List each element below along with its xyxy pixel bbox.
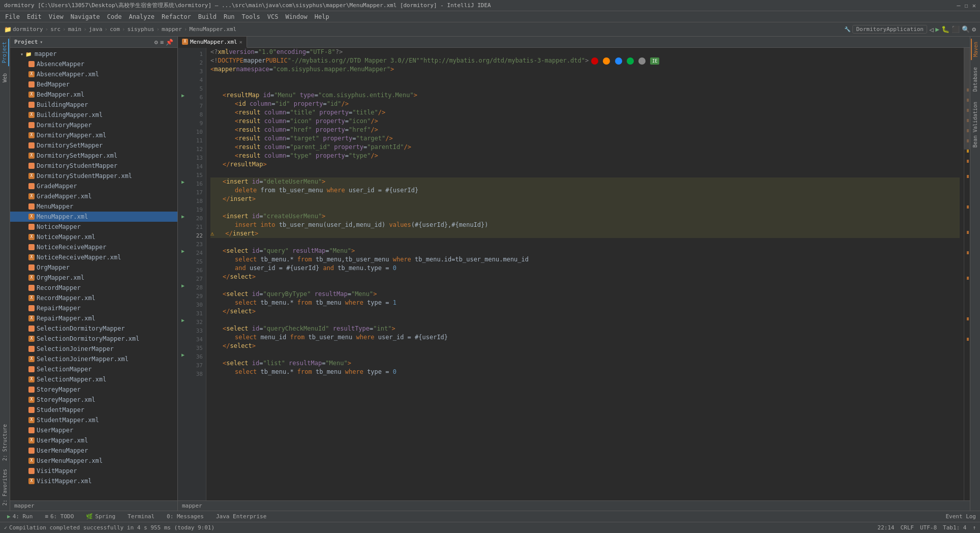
project-gear-icon[interactable]: ⚙ [155,39,158,46]
gutter-run-20[interactable]: ▶ [178,212,188,221]
menu-run[interactable]: Run [221,12,238,21]
breadcrumb-main[interactable]: main [68,26,82,33]
tab-close-btn[interactable]: ✕ [239,39,242,45]
sidebar-tab-database[interactable]: Database [971,64,979,95]
status-encoding[interactable]: UTF-8 [920,524,937,531]
breadcrumb-mapper[interactable]: mapper [162,26,182,33]
tree-item-selectiondormitory-mapper[interactable]: SelectionDormitoryMapper [10,323,177,334]
menu-window[interactable]: Window [282,12,310,21]
tree-item-storey-mapper[interactable]: StoreyMapper [10,384,177,395]
breadcrumb-com[interactable]: com [110,26,120,33]
tree-item-selectiondormitory-mapper-xml[interactable]: X SelectionDormitoryMapper.xml [10,334,177,344]
toolbar-settings-btn[interactable]: ⚙ [972,25,976,33]
tree-item-student-mapper[interactable]: StudentMapper [10,405,177,415]
run-config-name[interactable]: DormitoryApplication [852,25,927,34]
menu-analyze[interactable]: Analyze [126,12,158,21]
menu-navigate[interactable]: Navigate [68,12,103,21]
tree-item-bed-mapper-xml[interactable]: X BedMapper.xml [10,90,177,100]
tree-item-menu-mapper[interactable]: MenuMapper [10,201,177,212]
tab-menumapper-xml[interactable]: X MenuMapper.xml ✕ [178,37,247,48]
close-btn[interactable]: ✕ [972,2,976,9]
status-up-arrow[interactable]: ↑ [972,524,976,531]
menu-file[interactable]: File [2,12,23,21]
menu-code[interactable]: Code [104,12,125,21]
tree-item-absence-mapper-xml[interactable]: X AbsenceMapper.xml [10,69,177,79]
tree-item-dormitory-mapper[interactable]: DormitoryMapper [10,120,177,130]
tree-item-notice-mapper-xml[interactable]: X NoticeMapper.xml [10,232,177,242]
toolbar-back-btn[interactable]: ◁ [929,25,933,34]
project-sort-icon[interactable]: ≡ [160,39,164,46]
tree-item-absence-mapper[interactable]: AbsenceMapper [10,59,177,69]
tree-item-building-mapper[interactable]: BuildingMapper [10,100,177,110]
scroll-thumb[interactable] [964,48,970,150]
tree-item-org-mapper-xml[interactable]: X OrgMapper.xml [10,273,177,283]
menu-tools[interactable]: Tools [239,12,263,21]
tree-item-dormitorystudent-mapper[interactable]: DormitoryStudentMapper [10,161,177,171]
tree-item-grade-mapper[interactable]: GradeMapper [10,181,177,191]
project-pin-icon[interactable]: 📌 [166,39,173,46]
gutter-run-16[interactable]: ▶ [178,177,188,186]
tree-item-notice-mapper[interactable]: NoticeMapper [10,222,177,232]
tree-item-student-mapper-xml[interactable]: X StudentMapper.xml [10,415,177,425]
tree-item-selection-mapper[interactable]: SelectionMapper [10,364,177,374]
breadcrumb-dormitory[interactable]: dormitory [13,26,43,33]
tree-item-usermenu-mapper-xml[interactable]: X UserMenuMapper.xml [10,456,177,466]
tree-item-org-mapper[interactable]: OrgMapper [10,262,177,273]
breadcrumb-sisyphus[interactable]: sisyphus [127,26,154,33]
toolbar-run-btn[interactable]: ▶ [935,25,939,33]
editor-scroll-indicator[interactable] [964,48,970,500]
tree-item-selectionjoiner-mapper[interactable]: SelectionJoinerMapper [10,344,177,354]
status-position[interactable]: 22:14 [877,524,894,531]
project-dropdown-icon[interactable]: ▾ [40,39,43,45]
menu-vcs[interactable]: VCS [264,12,282,21]
breadcrumb-java[interactable]: java [89,26,103,33]
menu-help[interactable]: Help [312,12,332,21]
sidebar-tab-structure[interactable]: 2: Structure [1,421,9,464]
gutter-run-6[interactable]: ▶ [178,91,188,100]
tree-item-visit-mapper-xml[interactable]: X VisitMapper.xml [10,476,177,486]
tree-item-selectionjoiner-mapper-xml[interactable]: X SelectionJoinerMapper.xml [10,354,177,364]
tree-item-grade-mapper-xml[interactable]: X GradeMapper.xml [10,191,177,201]
sidebar-tab-project[interactable]: Project [1,39,9,66]
event-log-btn[interactable]: Event Log [945,513,976,520]
tab-run[interactable]: ▶ 4: Run [4,512,36,521]
gutter-run-36[interactable]: ▶ [178,350,188,359]
tree-item-noticereceive-mapper-xml[interactable]: X NoticeReceiveMapper.xml [10,252,177,262]
tree-item-record-mapper-xml[interactable]: X RecordMapper.xml [10,293,177,303]
tree-item-user-mapper-xml[interactable]: X UserMapper.xml [10,435,177,446]
menu-view[interactable]: View [46,12,67,21]
gutter-run-28[interactable]: ▶ [178,281,188,290]
toolbar-debug-btn[interactable]: 🐛 [941,25,950,33]
tree-item-visit-mapper[interactable]: VisitMapper [10,466,177,476]
tree-item-record-mapper[interactable]: RecordMapper [10,283,177,293]
tab-todo[interactable]: ≡ 6: TODO [42,512,77,521]
maximize-btn[interactable]: ☐ [965,2,968,9]
status-indent[interactable]: Tab1: 4 [943,524,966,531]
tab-spring[interactable]: 🌿 Spring [83,512,118,521]
sidebar-tab-favorites[interactable]: 2: Favorites [1,466,9,509]
tree-item-dormitorystudent-mapper-xml[interactable]: X DormitoryStudentMapper.xml [10,171,177,181]
tab-messages[interactable]: 0: Messages [164,512,207,521]
gutter-run-24[interactable]: ▶ [178,247,188,255]
tree-item-usermenu-mapper[interactable]: UserMenuMapper [10,446,177,456]
sidebar-tab-web[interactable]: Web [1,70,9,85]
minimize-btn[interactable]: — [957,2,960,9]
status-line-ending[interactable]: CRLF [900,524,914,531]
tree-item-dormitory-mapper-xml[interactable]: X DormitoryMapper.xml [10,130,177,140]
toolbar-stop-btn[interactable]: ⬛ [952,25,960,33]
tree-item-noticereceive-mapper[interactable]: NoticeReceiveMapper [10,242,177,252]
tree-item-dormitoryset-mapper-xml[interactable]: X DormitorySetMapper.xml [10,151,177,161]
menu-edit[interactable]: Edit [24,12,45,21]
tree-item-storey-mapper-xml[interactable]: X StoreyMapper.xml [10,395,177,405]
toolbar-search-btn[interactable]: 🔍 [962,25,970,33]
sidebar-tab-bean-validation[interactable]: Bean Validation [971,99,979,151]
tree-item-user-mapper[interactable]: UserMapper [10,425,177,435]
title-bar-controls[interactable]: — ☐ ✕ [957,2,976,9]
menu-refactor[interactable]: Refactor [159,12,194,21]
sidebar-tab-maven[interactable]: Maven [971,39,979,60]
tree-item-dormitoryset-mapper[interactable]: DormitorySetMapper [10,140,177,151]
tree-item-mapper-folder[interactable]: ▾ 📁 mapper [10,49,177,59]
tab-terminal[interactable]: Terminal [125,512,158,521]
tree-item-repair-mapper-xml[interactable]: X RepairMapper.xml [10,313,177,323]
menu-build[interactable]: Build [195,12,220,21]
